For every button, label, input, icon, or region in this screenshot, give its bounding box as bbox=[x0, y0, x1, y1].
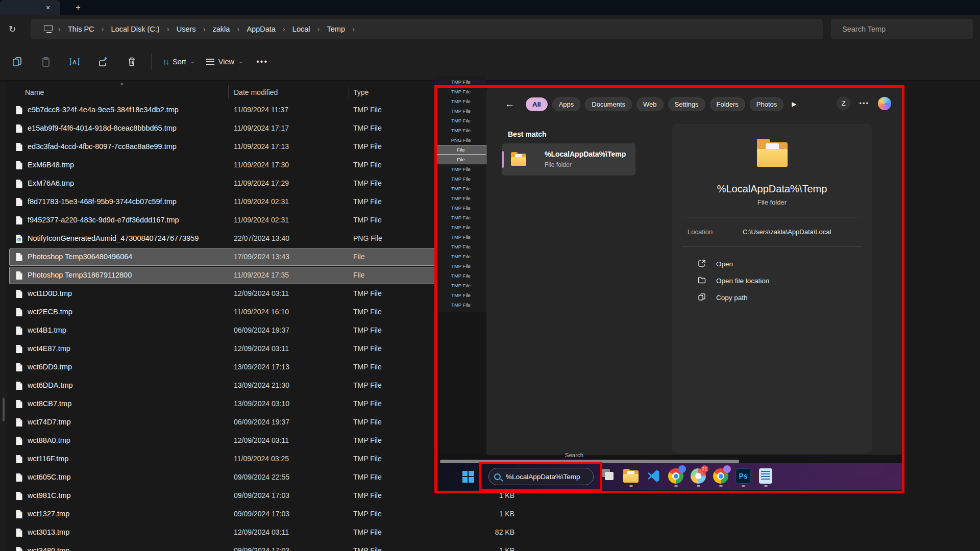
result-detail-panel: %LocalAppData%\Temp File folder Location… bbox=[672, 124, 872, 453]
search-filter-photos[interactable]: Photos bbox=[750, 97, 783, 111]
profile-badge bbox=[678, 465, 686, 473]
file-icon bbox=[15, 142, 23, 154]
file-type: TMP File bbox=[353, 179, 382, 187]
file-date-modified: 11/09/2024 16:10 bbox=[234, 308, 289, 316]
file-date-modified: 09/09/2024 17:03 bbox=[234, 546, 289, 551]
notepad-icon[interactable] bbox=[758, 467, 774, 486]
running-indicator bbox=[742, 485, 745, 487]
taskbar: %LocalAppData%\Temp 21Ps bbox=[435, 463, 903, 490]
desktop-screenshot: × + ↻ ›This PC›Local Disk (C:)›Users›zak… bbox=[0, 0, 980, 551]
file-date-modified: 13/09/2024 21:30 bbox=[234, 381, 289, 389]
app-pinwheel-icon[interactable]: 21 bbox=[691, 467, 706, 486]
file-date-modified: 12/09/2024 03:11 bbox=[234, 289, 289, 297]
file-icon bbox=[15, 344, 23, 356]
background-explorer-type-column: TMP FileTMP FileTMP FileTMP FileTMP File… bbox=[435, 76, 486, 312]
chrome-profile-icon[interactable] bbox=[713, 467, 729, 486]
file-type: TMP File bbox=[353, 289, 382, 297]
search-filter-web[interactable]: Web bbox=[636, 97, 664, 111]
profile-badge bbox=[723, 465, 731, 473]
file-name: wct6DD9.tmp bbox=[28, 363, 72, 371]
file-icon bbox=[15, 399, 23, 411]
selection-accent-bar bbox=[502, 151, 504, 168]
file-type: TMP File bbox=[353, 124, 382, 132]
file-icon bbox=[15, 326, 23, 337]
best-match-result[interactable]: %LocalAppData%\Temp File folder bbox=[502, 143, 635, 176]
mini-type-cell: TMP File bbox=[435, 116, 486, 126]
file-icon bbox=[15, 124, 23, 135]
left-scrollbar[interactable] bbox=[0, 83, 7, 551]
file-size: 82 KB bbox=[433, 528, 514, 536]
chrome-icon[interactable] bbox=[668, 467, 684, 486]
file-explorer-icon[interactable] bbox=[623, 467, 639, 486]
file-date-modified: 11/09/2024 17:29 bbox=[234, 179, 289, 187]
file-icon bbox=[15, 491, 23, 503]
file-date-modified: 13/09/2024 17:13 bbox=[234, 363, 289, 371]
open-icon bbox=[693, 259, 706, 269]
taskbar-search-text: %LocalAppData%\Temp bbox=[506, 473, 580, 481]
search-filter-apps[interactable]: Apps bbox=[552, 97, 581, 111]
mini-type-cell: TMP File bbox=[435, 126, 486, 135]
file-type: TMP File bbox=[353, 491, 382, 499]
file-size: 1 KB bbox=[433, 546, 514, 551]
search-filter-all[interactable]: All bbox=[526, 97, 548, 111]
mini-type-cell: TMP File bbox=[435, 174, 486, 184]
file-icon bbox=[15, 528, 23, 539]
file-type: TMP File bbox=[353, 399, 382, 408]
file-type: TMP File bbox=[353, 106, 382, 114]
action-open[interactable]: Open bbox=[682, 256, 862, 272]
file-icon bbox=[15, 106, 23, 117]
more-filters-icon[interactable]: ▶ bbox=[792, 101, 796, 108]
search-filter-documents[interactable]: Documents bbox=[585, 97, 632, 111]
file-type: TMP File bbox=[353, 381, 382, 389]
horizontal-scrollbar[interactable] bbox=[440, 460, 739, 463]
file-type: TMP File bbox=[353, 344, 382, 353]
file-type: TMP File bbox=[353, 528, 382, 536]
file-name: ed3c3fad-4ccd-4fbc-8097-7cc8ac8a8e99.tmp bbox=[28, 142, 177, 151]
back-icon[interactable]: ← bbox=[505, 98, 514, 110]
search-filter-settings[interactable]: Settings bbox=[668, 97, 705, 111]
taskbar-search-box[interactable]: %LocalAppData%\Temp bbox=[488, 468, 594, 485]
mini-type-cell: TMP File bbox=[435, 232, 486, 242]
mini-type-cell: TMP File bbox=[435, 164, 486, 174]
best-match-subtitle: File folder bbox=[545, 161, 572, 168]
running-indicator bbox=[697, 485, 700, 487]
file-icon bbox=[15, 253, 23, 264]
detail-subtitle: File folder bbox=[672, 198, 872, 206]
mini-type-cell: TMP File bbox=[435, 106, 486, 116]
location-label: Location bbox=[688, 228, 713, 236]
file-date-modified: 11/09/2024 11:37 bbox=[234, 106, 288, 114]
file-date-modified: 12/09/2024 03:11 bbox=[234, 344, 289, 353]
start-button[interactable] bbox=[460, 468, 476, 485]
table-row[interactable]: wct3013.tmp12/09/2024 03:11TMP File82 KB bbox=[9, 524, 540, 541]
mini-type-cell: File bbox=[435, 145, 486, 155]
options-icon[interactable]: ••• bbox=[859, 99, 869, 107]
file-icon bbox=[15, 546, 23, 551]
table-row[interactable]: wct981C.tmp09/09/2024 17:03TMP File1 KB bbox=[9, 487, 540, 505]
action-copy-path[interactable]: Copy path bbox=[682, 289, 862, 306]
file-icon bbox=[15, 216, 23, 227]
file-date-modified: 11/09/2024 03:25 bbox=[234, 455, 289, 463]
action-open-file-location[interactable]: Open file location bbox=[682, 272, 862, 289]
mini-type-cell: TMP File bbox=[435, 261, 486, 271]
mini-type-cell: TMP File bbox=[435, 213, 486, 222]
mini-type-cell: TMP File bbox=[435, 193, 486, 203]
file-date-modified: 11/09/2024 17:35 bbox=[234, 271, 289, 279]
running-indicator bbox=[764, 485, 768, 487]
table-row[interactable]: wct1327.tmp09/09/2024 17:03TMP File1 KB bbox=[9, 506, 540, 523]
mini-type-cell: TMP File bbox=[435, 300, 486, 310]
window-stack-icon[interactable] bbox=[601, 467, 617, 486]
file-type: TMP File bbox=[353, 161, 382, 169]
search-filter-folders[interactable]: Folders bbox=[710, 97, 745, 111]
file-date-modified: 11/09/2024 17:17 bbox=[234, 124, 289, 132]
photoshop-icon[interactable]: Ps bbox=[736, 467, 751, 486]
file-date-modified: 11/09/2024 17:30 bbox=[234, 161, 289, 169]
file-icon bbox=[15, 473, 23, 484]
scrollbar-thumb[interactable] bbox=[3, 398, 5, 421]
mini-type-cell: File bbox=[435, 155, 486, 164]
file-date-modified: 06/09/2024 19:37 bbox=[234, 418, 289, 426]
table-row[interactable]: wct3480.tmp09/09/2024 17:03TMP File1 KB bbox=[9, 542, 540, 551]
avatar[interactable]: Z bbox=[837, 96, 850, 110]
vscode-icon[interactable] bbox=[646, 467, 662, 486]
copilot-icon[interactable] bbox=[878, 97, 891, 110]
mini-type-cell: TMP File bbox=[435, 290, 486, 300]
